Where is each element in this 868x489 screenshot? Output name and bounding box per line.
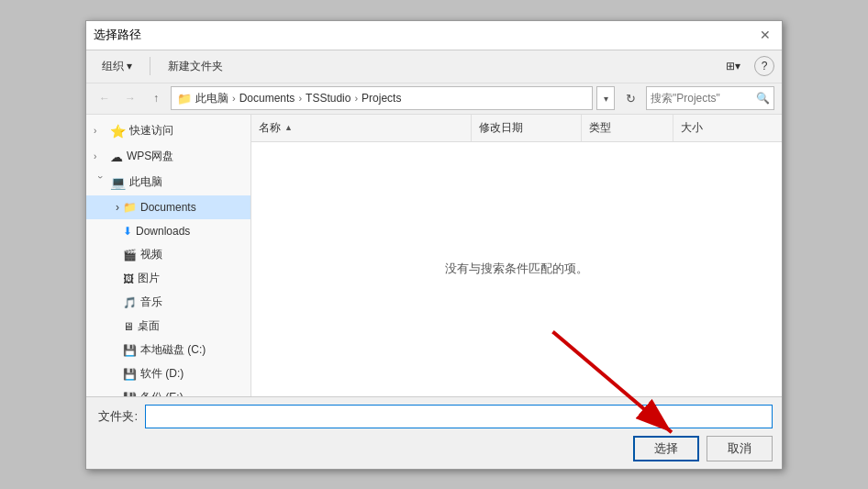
desktop-label: 桌面: [138, 318, 160, 334]
main-panel: 名称 ▲ 修改日期 类型 大小 没有与搜索条件匹配的项。: [251, 115, 782, 396]
new-folder-button[interactable]: 新建文件夹: [160, 54, 231, 78]
pictures-label: 图片: [138, 271, 160, 286]
folder-row: 文件夹:: [95, 405, 773, 428]
view-button[interactable]: ⊞▾: [718, 54, 749, 78]
this-pc-icon: 💻: [110, 175, 126, 190]
path-part-3: Projects: [362, 92, 401, 105]
expand-arrow-this-pc: ›: [95, 176, 106, 189]
up-button[interactable]: ↑: [145, 87, 167, 109]
address-path[interactable]: 📁 此电脑 › Documents › TSStudio › Projects: [171, 86, 593, 110]
address-bar: ← → ↑ 📁 此电脑 › Documents › TSStudio › Pro…: [86, 83, 782, 115]
videos-label: 视频: [140, 247, 162, 262]
downloads-label: Downloads: [136, 225, 190, 238]
sidebar-item-drive-d[interactable]: › 💾 软件 (D:): [86, 362, 250, 386]
forward-button[interactable]: →: [119, 87, 141, 109]
cancel-button[interactable]: 取消: [707, 436, 773, 461]
sidebar-item-pictures[interactable]: › 🖼 图片: [86, 267, 250, 291]
music-label: 音乐: [140, 295, 162, 310]
help-button[interactable]: ?: [754, 56, 774, 76]
path-dropdown[interactable]: ▾: [596, 86, 615, 110]
col-type-header[interactable]: 类型: [582, 115, 673, 141]
sidebar-item-documents[interactable]: › 📁 Documents: [86, 195, 250, 219]
sidebar-item-desktop[interactable]: › 🖥 桌面: [86, 315, 250, 339]
drive-c-icon: 💾: [123, 344, 137, 357]
sidebar-item-downloads[interactable]: › ⬇ Downloads: [86, 219, 250, 243]
downloads-icon: ⬇: [123, 225, 132, 238]
content-area: › ⭐ 快速访问 › ☁ WPS网盘 › 💻 此电脑 › 📁 Documents: [86, 115, 782, 396]
back-button[interactable]: ←: [94, 87, 116, 109]
dialog-title: 选择路径: [94, 27, 141, 43]
file-dialog: 选择路径 ✕ 组织 ▾ 新建文件夹 ⊞▾ ? ← → ↑ 📁 此电脑: [85, 20, 783, 470]
toolbar: 组织 ▾ 新建文件夹 ⊞▾ ?: [86, 50, 782, 83]
empty-list-text: 没有与搜索条件匹配的项。: [445, 261, 588, 277]
this-pc-label: 此电脑: [129, 174, 162, 190]
drive-d-icon: 💾: [123, 368, 137, 381]
videos-icon: 🎬: [123, 249, 137, 261]
sidebar-item-music[interactable]: › 🎵 音乐: [86, 291, 250, 315]
search-input[interactable]: [651, 92, 756, 105]
desktop-icon: 🖥: [123, 320, 134, 333]
wps-label: WPS网盘: [127, 149, 173, 164]
documents-icon: 📁: [123, 201, 137, 214]
wps-icon: ☁: [110, 150, 123, 164]
col-size-header[interactable]: 大小: [673, 115, 747, 141]
path-part-2: TSStudio: [306, 92, 351, 105]
documents-label: Documents: [140, 201, 196, 214]
bottom-bar: 文件夹: 选择 取消: [86, 396, 782, 469]
sidebar-item-videos[interactable]: › 🎬 视频: [86, 243, 250, 267]
quick-access-label: 快速访问: [129, 123, 173, 139]
pictures-icon: 🖼: [123, 272, 134, 285]
folder-icon: 📁: [177, 92, 192, 106]
sort-arrow-name: ▲: [284, 123, 293, 132]
drive-c-label: 本地磁盘 (C:): [140, 342, 206, 358]
sidebar-item-drive-e[interactable]: › 💾 备份 (E:): [86, 386, 250, 396]
sidebar-item-this-pc[interactable]: › 💻 此电脑: [86, 170, 250, 195]
path-part-1: Documents: [239, 92, 295, 105]
title-bar: 选择路径 ✕: [86, 21, 782, 50]
sidebar-item-wps[interactable]: › ☁ WPS网盘: [86, 144, 250, 170]
sidebar-item-drive-c[interactable]: › 💾 本地磁盘 (C:): [86, 339, 250, 362]
col-name-header[interactable]: 名称 ▲: [251, 115, 472, 141]
folder-label: 文件夹:: [95, 408, 138, 425]
music-icon: 🎵: [123, 296, 137, 309]
sidebar-item-quick-access[interactable]: › ⭐ 快速访问: [86, 118, 250, 144]
expand-arrow-quick-access: ›: [94, 126, 106, 136]
expand-arrow-documents: ›: [116, 201, 119, 214]
path-part-0: 此电脑: [195, 91, 228, 106]
close-button[interactable]: ✕: [756, 26, 774, 44]
expand-arrow-wps: ›: [94, 151, 106, 161]
toolbar-separator: [150, 57, 150, 75]
sidebar: › ⭐ 快速访问 › ☁ WPS网盘 › 💻 此电脑 › 📁 Documents: [86, 115, 251, 396]
button-row: 选择 取消: [95, 436, 773, 461]
refresh-button[interactable]: ↻: [618, 86, 642, 110]
col-date-header[interactable]: 修改日期: [472, 115, 582, 141]
file-list-area: 没有与搜索条件匹配的项。: [251, 142, 782, 396]
select-button[interactable]: 选择: [633, 436, 699, 461]
folder-input[interactable]: [145, 405, 773, 428]
search-icon[interactable]: 🔍: [756, 92, 770, 105]
organize-button[interactable]: 组织 ▾: [94, 54, 140, 78]
drive-d-label: 软件 (D:): [140, 366, 184, 382]
search-box: 🔍: [646, 86, 774, 110]
column-header: 名称 ▲ 修改日期 类型 大小: [251, 115, 782, 142]
quick-access-icon: ⭐: [110, 124, 126, 139]
